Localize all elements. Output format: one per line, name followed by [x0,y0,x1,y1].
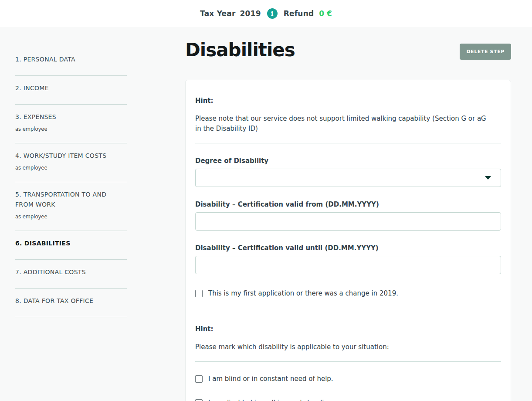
blind-checkbox-label: I am blind or in constant need of help. [208,375,333,383]
sidebar-item-disabilities[interactable]: 6. DISABILITIES [15,231,127,260]
hint-text: Please note that our service does not su… [195,114,491,134]
sidebar-item-label: 3. EXPENSES [15,113,56,120]
walking-checkbox-label: I am disabled in walking and standing. [208,399,334,401]
hint-label: Hint: [195,325,501,333]
hint-label: Hint: [195,97,501,105]
sidebar-item-label: 6. DISABILITIES [15,240,71,247]
valid-from-label: Disability – Certification valid from (D… [195,200,501,208]
sidebar-item-income[interactable]: 2. INCOME [15,76,127,105]
sidebar-item-sublabel: as employee [15,126,127,132]
sidebar-item-data-for-tax-office[interactable]: 8. DATA FOR TAX OFFICE [15,289,127,317]
walking-checkbox[interactable] [195,399,203,401]
degree-of-disability-select[interactable] [195,169,501,187]
sidebar-item-label: 1. PERSONAL DATA [15,56,75,63]
first-application-checkbox[interactable] [195,290,203,297]
tax-year-value: 2019 [240,9,261,18]
sidebar-item-label: 2. INCOME [15,85,49,92]
valid-until-input[interactable] [195,256,501,274]
info-icon[interactable]: i [267,8,278,19]
walking-checkbox-row[interactable]: I am disabled in walking and standing. [195,399,501,401]
step-sidebar: 1. PERSONAL DATA 2. INCOME 3. EXPENSES a… [15,47,127,317]
valid-until-label: Disability – Certification valid until (… [195,244,501,252]
delete-step-button[interactable]: DELETE STEP [460,44,511,60]
disabilities-form-card: Hint: Please note that our service does … [185,80,511,401]
divider [195,143,501,143]
degree-of-disability-label: Degree of Disability [195,157,501,165]
sidebar-item-label: 5. TRANSPORTATION TO AND FROM WORK [15,191,106,208]
sidebar-item-label: 4. WORK/STUDY ITEM COSTS [15,152,106,159]
refund-value: 0 € [319,9,332,18]
sidebar-item-sublabel: as employee [15,165,127,171]
refund-label: Refund [284,9,314,18]
sidebar-item-work-study-costs[interactable]: 4. WORK/STUDY ITEM COSTS as employee [15,143,127,182]
sidebar-item-label: 7. ADDITIONAL COSTS [15,268,86,275]
valid-from-input[interactable] [195,212,501,231]
first-application-checkbox-row[interactable]: This is my first application or there wa… [195,289,501,297]
chevron-down-icon [485,176,491,180]
sidebar-item-sublabel: as employee [15,214,127,220]
blind-checkbox[interactable] [195,375,203,383]
page-body: 1. PERSONAL DATA 2. INCOME 3. EXPENSES a… [0,27,532,401]
title-row: Disabilities DELETE STEP [185,39,511,61]
page-title: Disabilities [185,39,295,61]
first-application-checkbox-label: This is my first application or there wa… [208,289,398,297]
sidebar-item-expenses[interactable]: 3. EXPENSES as employee [15,105,127,143]
tax-year-label: Tax Year [200,9,236,18]
sidebar-item-transportation[interactable]: 5. TRANSPORTATION TO AND FROM WORK as em… [15,182,127,231]
sidebar-item-label: 8. DATA FOR TAX OFFICE [15,297,93,304]
blind-checkbox-row[interactable]: I am blind or in constant need of help. [195,375,501,383]
sidebar-item-additional-costs[interactable]: 7. ADDITIONAL COSTS [15,260,127,289]
hint-text: Please mark which disability is applicab… [195,342,491,352]
divider [195,361,501,362]
sidebar-item-personal-data[interactable]: 1. PERSONAL DATA [15,47,127,76]
top-bar: Tax Year 2019 i Refund 0 € [0,0,532,27]
main-content: Disabilities DELETE STEP Hint: Please no… [185,39,511,401]
